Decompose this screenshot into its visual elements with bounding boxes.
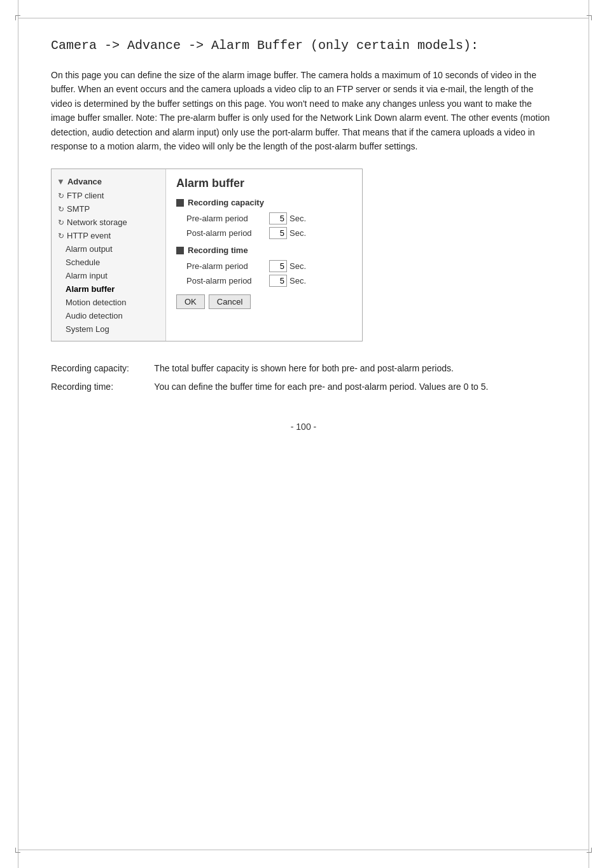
desc-row-0: Recording capacity: The total buffer cap…: [51, 359, 556, 378]
advance-icon: ▼: [57, 177, 65, 186]
desc-row-1: Recording time: You can define the buffe…: [51, 378, 556, 396]
pre-alarm-time-label: Pre-alarm period: [186, 261, 269, 271]
page-title: Camera -> Advance -> Alarm Buffer (only …: [51, 38, 556, 53]
sidebar-item-motion-detection[interactable]: Motion detection: [52, 296, 165, 309]
post-alarm-time-row: Post-alarm period Sec.: [176, 275, 352, 287]
post-alarm-capacity-input[interactable]: [269, 227, 287, 239]
page-description: On this page you can define the size of …: [51, 68, 556, 153]
post-alarm-time-label: Post-alarm period: [186, 276, 269, 286]
sidebar-item-http-event[interactable]: ↻ HTTP event: [52, 229, 165, 242]
sidebar-item-alarm-buffer[interactable]: Alarm buffer: [52, 282, 165, 296]
sidebar-item-schedule[interactable]: Schedule: [52, 256, 165, 269]
ui-panel: ▼ Advance ↻ FTP client ↻ SMTP ↻ Network …: [51, 169, 363, 341]
section-label: Recording capacity: [188, 198, 264, 207]
desc-term-1: Recording time:: [51, 378, 154, 396]
sidebar-item-label: Alarm buffer: [66, 284, 115, 294]
sidebar-item-label: Schedule: [66, 258, 100, 267]
descriptions-table: Recording capacity: The total buffer cap…: [51, 359, 556, 396]
pre-alarm-capacity-label: Pre-alarm period: [186, 214, 269, 223]
sidebar-item-alarm-input[interactable]: Alarm input: [52, 269, 165, 282]
sidebar-item-alarm-output[interactable]: Alarm output: [52, 242, 165, 256]
recording-capacity-icon: [176, 199, 184, 207]
ok-button[interactable]: OK: [176, 294, 205, 309]
desc-term-0: Recording capacity:: [51, 359, 154, 378]
sidebar-header-label: Advance: [67, 177, 102, 186]
button-row: OK Cancel: [176, 294, 352, 309]
desc-def-0: The total buffer capacity is shown here …: [154, 359, 556, 378]
sidebar-item-label: Motion detection: [66, 298, 126, 307]
sidebar-header: ▼ Advance: [52, 174, 165, 189]
sidebar-item-label: FTP client: [67, 191, 104, 200]
sidebar-item-audio-detection[interactable]: Audio detection: [52, 309, 165, 322]
section-recording-time: Recording time: [176, 245, 352, 255]
pre-alarm-time-input[interactable]: [269, 260, 287, 272]
section-recording-capacity: Recording capacity: [176, 198, 352, 207]
http-event-icon: ↻: [58, 231, 64, 240]
pre-alarm-time-row: Pre-alarm period Sec.: [176, 260, 352, 272]
desc-def-1: You can define the buffer time for each …: [154, 378, 556, 396]
sidebar-item-label: Audio detection: [66, 311, 123, 320]
sidebar-item-label: SMTP: [67, 204, 90, 214]
post-alarm-capacity-row: Post-alarm period Sec.: [176, 227, 352, 239]
sidebar-item-label: HTTP event: [67, 231, 111, 240]
pre-alarm-capacity-input[interactable]: [269, 212, 287, 224]
pre-alarm-capacity-unit: Sec.: [290, 214, 306, 223]
sidebar-item-label: Alarm output: [66, 244, 113, 254]
post-alarm-capacity-label: Post-alarm period: [186, 228, 269, 238]
pre-alarm-time-unit: Sec.: [290, 261, 306, 271]
section-label: Recording time: [188, 245, 248, 255]
ftp-icon: ↻: [58, 191, 64, 200]
sidebar-item-label: Network storage: [67, 217, 127, 227]
panel-title: Alarm buffer: [176, 177, 352, 190]
recording-time-icon: [176, 247, 184, 254]
post-alarm-capacity-unit: Sec.: [290, 228, 306, 238]
sidebar-item-label: System Log: [66, 324, 109, 334]
sidebar-item-system-log[interactable]: System Log: [52, 322, 165, 336]
smtp-icon: ↻: [58, 205, 64, 214]
page-number: - 100 -: [51, 422, 556, 432]
panel-content: Alarm buffer Recording capacity Pre-alar…: [166, 169, 362, 341]
cancel-button[interactable]: Cancel: [209, 294, 251, 309]
network-storage-icon: ↻: [58, 218, 64, 227]
pre-alarm-capacity-row: Pre-alarm period Sec.: [176, 212, 352, 224]
post-alarm-time-unit: Sec.: [290, 276, 306, 286]
sidebar-item-network-storage[interactable]: ↻ Network storage: [52, 216, 165, 229]
sidebar: ▼ Advance ↻ FTP client ↻ SMTP ↻ Network …: [52, 169, 166, 341]
sidebar-item-ftp[interactable]: ↻ FTP client: [52, 189, 165, 202]
sidebar-item-label: Alarm input: [66, 271, 108, 280]
post-alarm-time-input[interactable]: [269, 275, 287, 287]
sidebar-item-smtp[interactable]: ↻ SMTP: [52, 202, 165, 216]
